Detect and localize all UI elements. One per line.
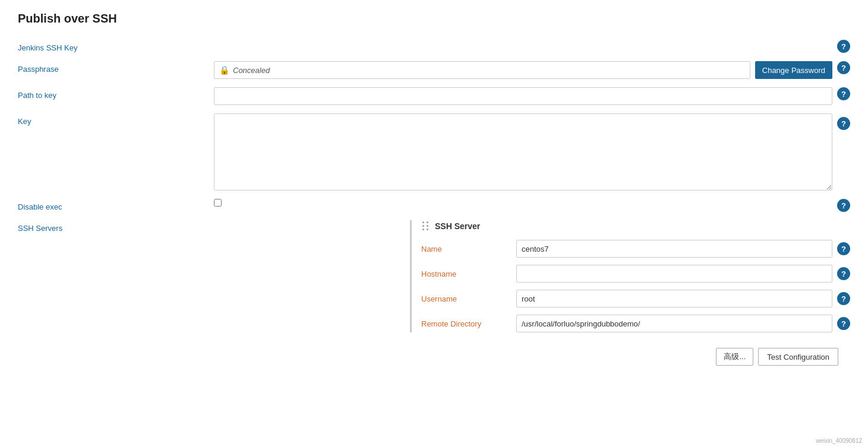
- key-help-icon[interactable]: ?: [837, 117, 850, 130]
- server-username-row: Username ?: [421, 290, 850, 307]
- path-to-key-label: Path to key: [18, 87, 214, 100]
- ssh-servers-label: SSH Servers: [18, 220, 214, 233]
- passphrase-field-wrap: 🔒 Concealed: [214, 61, 750, 79]
- disable-exec-checkbox[interactable]: [214, 199, 222, 207]
- server-remote-dir-row: Remote Directory ?: [421, 315, 850, 332]
- key-input[interactable]: [214, 113, 832, 191]
- test-configuration-button[interactable]: Test Configuration: [758, 348, 838, 366]
- advanced-button[interactable]: 高级...: [716, 348, 753, 366]
- lock-icon: 🔒: [219, 65, 229, 75]
- server-name-label: Name: [421, 245, 516, 253]
- key-row: Key ?: [18, 113, 850, 191]
- server-name-help-icon[interactable]: ?: [837, 242, 850, 255]
- path-to-key-control: [214, 87, 832, 105]
- passphrase-row: Passphrase 🔒 Concealed Change Password ?: [18, 61, 850, 79]
- ssh-server-title: SSH Server: [435, 221, 480, 231]
- jenkins-ssh-key-help-icon[interactable]: ?: [837, 40, 850, 53]
- server-hostname-row: Hostname ?: [421, 265, 850, 283]
- path-to-key-help-icon[interactable]: ?: [837, 87, 850, 100]
- passphrase-value: Concealed: [233, 66, 745, 75]
- actions-row: 高级... Test Configuration: [18, 348, 850, 366]
- server-username-label: Username: [421, 294, 516, 303]
- server-username-help-icon[interactable]: ?: [837, 292, 850, 305]
- server-name-row: Name ?: [421, 240, 850, 258]
- jenkins-ssh-key-row: Jenkins SSH Key ?: [18, 40, 850, 53]
- server-username-input[interactable]: [516, 290, 832, 307]
- path-to-key-input[interactable]: [214, 87, 832, 105]
- server-hostname-label: Hostname: [421, 270, 516, 278]
- disable-exec-label: Disable exec: [18, 199, 214, 211]
- server-hostname-input[interactable]: [516, 265, 832, 283]
- key-control: [214, 113, 832, 191]
- server-remote-dir-input[interactable]: [516, 315, 832, 332]
- ssh-server-box: SSH Server Name ? Hostname ? Username: [410, 220, 850, 332]
- server-remote-dir-help-icon[interactable]: ?: [837, 317, 850, 330]
- disable-exec-control: [214, 199, 832, 207]
- server-remote-dir-label: Remote Directory: [421, 319, 516, 328]
- passphrase-help-icon[interactable]: ?: [837, 61, 850, 74]
- ssh-servers-container: SSH Server Name ? Hostname ? Username: [214, 220, 850, 340]
- publish-over-ssh-form: Jenkins SSH Key ? Passphrase 🔒 Concealed…: [18, 40, 850, 340]
- jenkins-ssh-key-label: Jenkins SSH Key: [18, 40, 214, 52]
- server-hostname-help-icon[interactable]: ?: [837, 267, 850, 280]
- page-title: Publish over SSH: [18, 12, 850, 26]
- ssh-servers-row: SSH Servers SSH Server Name ?: [18, 220, 850, 340]
- disable-exec-row: Disable exec ?: [18, 199, 850, 212]
- change-password-button[interactable]: Change Password: [755, 61, 832, 79]
- server-name-input[interactable]: [516, 240, 832, 258]
- disable-exec-help-icon[interactable]: ?: [837, 199, 850, 212]
- ssh-server-header: SSH Server: [421, 220, 850, 232]
- passphrase-control: 🔒 Concealed Change Password: [214, 61, 832, 79]
- path-to-key-row: Path to key ?: [18, 87, 850, 105]
- drag-handle[interactable]: [421, 220, 430, 232]
- passphrase-label: Passphrase: [18, 61, 214, 74]
- key-label: Key: [18, 113, 214, 126]
